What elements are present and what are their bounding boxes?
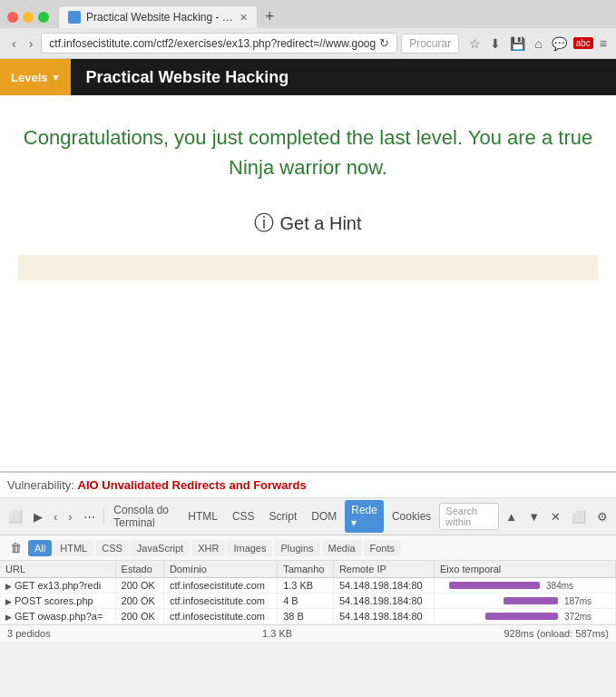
row-ip: 54.148.198.184:80	[333, 578, 434, 594]
row-url: ▶POST scores.php	[0, 594, 115, 609]
levels-chevron-icon: ▼	[51, 73, 60, 83]
browser-tab-active[interactable]: Practical Website Hacking - Exer... ✕	[58, 5, 258, 28]
reload-button[interactable]: ↻	[379, 36, 389, 50]
bookmark-icon[interactable]: ☆	[466, 34, 484, 53]
devtools-down-button[interactable]: ▼	[523, 507, 544, 526]
filter-plugins[interactable]: Plugins	[274, 540, 319, 556]
filter-fonts[interactable]: Fonts	[364, 540, 402, 556]
table-row[interactable]: ▶POST scores.php 200 OK ctf.infosecistit…	[0, 594, 616, 609]
col-url[interactable]: URL	[0, 561, 115, 578]
extension-icon: abc	[573, 37, 593, 49]
tab-title: Practical Website Hacking - Exer...	[86, 11, 234, 24]
search-input[interactable]: Procurar	[401, 34, 459, 54]
row-size: 38 B	[278, 609, 334, 624]
filter-xhr[interactable]: XHR	[191, 540, 225, 556]
table-row[interactable]: ▶GET owasp.php?a= 200 OK ctf.infosecisti…	[0, 609, 616, 624]
page-content: Levels ▼ Practical Website Hacking Congr…	[0, 59, 616, 471]
vulnerability-prefix: Vulnerability:	[7, 478, 74, 492]
traffic-light-red[interactable]	[7, 12, 18, 23]
home-icon[interactable]: ⌂	[532, 34, 544, 53]
save-icon[interactable]: 💾	[507, 34, 528, 53]
levels-button[interactable]: Levels ▼	[0, 59, 71, 95]
traffic-light-green[interactable]	[38, 12, 49, 23]
row-ip: 54.148.198.184:80	[333, 609, 434, 624]
filter-media[interactable]: Media	[322, 540, 362, 556]
filter-images[interactable]: Images	[227, 540, 272, 556]
tab-script[interactable]: Script	[263, 506, 304, 526]
vulnerability-bar: Vulnerability: AIO Unvalidated Redirects…	[0, 473, 616, 498]
search-within-label: Search within	[445, 506, 493, 527]
col-remote-ip[interactable]: Remote IP	[333, 561, 434, 578]
filter-html[interactable]: HTML	[54, 540, 93, 556]
forward-button[interactable]: ›	[24, 34, 38, 53]
devtools-separator	[103, 509, 104, 524]
filter-css[interactable]: CSS	[95, 540, 129, 556]
devtools-search[interactable]: Search within	[439, 503, 499, 530]
new-tab-button[interactable]: +	[261, 7, 279, 26]
row-size: 1.3 KB	[278, 578, 334, 594]
request-count: 3 pedidos	[7, 628, 51, 639]
tab-console[interactable]: Consola do Terminal	[107, 500, 180, 533]
row-timeline: 384ms	[435, 578, 616, 594]
devtools-detach[interactable]: ⬜	[567, 507, 591, 526]
row-domain: ctf.infosecistitute.com	[163, 609, 277, 624]
tab-rede-active[interactable]: Rede ▾	[345, 500, 384, 533]
traffic-light-yellow[interactable]	[23, 12, 34, 23]
filter-bar: 🗑 All HTML CSS JavaScript XHR Images Plu…	[0, 535, 616, 561]
row-timeline: 372ms	[435, 609, 616, 624]
vulnerability-text: AIO Unvalidated Redirects and Forwards	[78, 478, 307, 492]
col-estado[interactable]: Estado	[115, 561, 163, 578]
devtools-close-x[interactable]: ✕	[546, 507, 565, 526]
devtools-inspect-button[interactable]: ⬜	[4, 507, 27, 526]
col-tamanho[interactable]: Tamanho	[278, 561, 334, 578]
network-footer: 3 pedidos 1.3 KB 928ms (onload: 587ms)	[0, 624, 616, 642]
col-timeline[interactable]: Eixo temporal	[435, 561, 616, 578]
site-title: Practical Website Hacking	[71, 68, 288, 87]
hint-section[interactable]: ⓘ Get a Hint	[18, 210, 598, 237]
hint-bar	[18, 255, 598, 280]
congrats-message: Congratulations, you just completed the …	[18, 123, 598, 182]
chat-icon[interactable]: 💬	[549, 34, 570, 53]
devtools-panel: Vulnerability: AIO Unvalidated Redirects…	[0, 471, 616, 642]
row-timeline: 187ms	[435, 594, 616, 609]
devtools-console-button[interactable]: ▶	[29, 507, 47, 526]
row-url: ▶GET ex13.php?redi	[0, 578, 115, 594]
hint-label: Get a Hint	[279, 213, 361, 234]
col-dominio[interactable]: Domínio	[163, 561, 277, 578]
filter-clear-button[interactable]: 🗑	[5, 538, 26, 557]
row-ip: 54.148.198.184:80	[333, 594, 434, 609]
row-size: 4 B	[278, 594, 334, 609]
download-icon[interactable]: ⬇	[487, 34, 504, 53]
devtools-forward-button[interactable]: ›	[64, 507, 76, 526]
menu-icon[interactable]: ≡	[597, 34, 610, 53]
devtools-settings[interactable]: ⚙	[592, 507, 612, 526]
tab-css[interactable]: CSS	[226, 506, 261, 526]
row-status: 200 OK	[115, 609, 163, 624]
devtools-more-button[interactable]: ⋯	[79, 507, 100, 526]
total-size: 1.3 KB	[262, 628, 292, 639]
network-table: URL Estado Domínio Tamanho Remote IP Eix…	[0, 561, 616, 624]
filter-all[interactable]: All	[28, 540, 52, 556]
devtools-toolbar: ⬜ ▶ ‹ › ⋯ Consola do Terminal HTML CSS S…	[0, 498, 616, 535]
tab-close-button[interactable]: ✕	[240, 12, 248, 24]
search-placeholder: Procurar	[409, 37, 451, 50]
table-row[interactable]: ▶GET ex13.php?redi 200 OK ctf.infosecist…	[0, 578, 616, 594]
row-status: 200 OK	[115, 594, 163, 609]
address-bar: ‹ › ctf.infosecistitute.com/ctf2/exercis…	[0, 28, 616, 58]
site-header: Levels ▼ Practical Website Hacking	[0, 59, 616, 95]
filter-js[interactable]: JavaScript	[131, 540, 190, 556]
devtools-up-button[interactable]: ▲	[501, 507, 522, 526]
tab-html[interactable]: HTML	[181, 506, 224, 526]
devtools-back-button[interactable]: ‹	[49, 507, 62, 526]
levels-label: Levels	[11, 71, 47, 84]
back-button[interactable]: ‹	[7, 34, 21, 53]
tab-cookies[interactable]: Cookies	[386, 506, 437, 526]
tab-dom[interactable]: DOM	[305, 506, 343, 526]
row-domain: ctf.infosecistitute.com	[163, 578, 277, 594]
row-url: ▶GET owasp.php?a=	[0, 609, 115, 624]
tab-favicon	[68, 11, 81, 24]
main-content: Congratulations, you just completed the …	[0, 95, 616, 308]
empty-space	[0, 308, 616, 471]
info-icon: ⓘ	[254, 210, 274, 237]
url-input[interactable]: ctf.infosecistitute.com/ctf2/exercises/e…	[41, 33, 397, 54]
